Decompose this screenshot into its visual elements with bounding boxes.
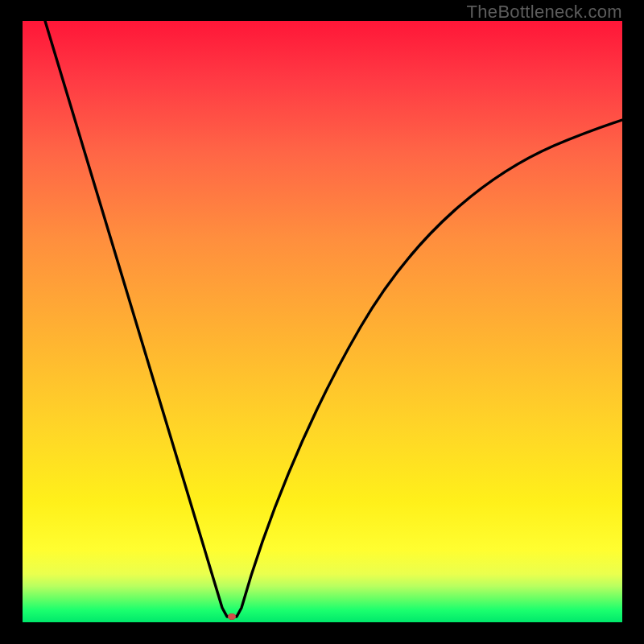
bottleneck-curve xyxy=(45,21,622,617)
minimum-marker xyxy=(228,613,236,620)
chart-frame: TheBottleneck.com xyxy=(0,0,644,644)
chart-curve-layer xyxy=(23,21,622,622)
watermark-text: TheBottleneck.com xyxy=(467,2,622,23)
